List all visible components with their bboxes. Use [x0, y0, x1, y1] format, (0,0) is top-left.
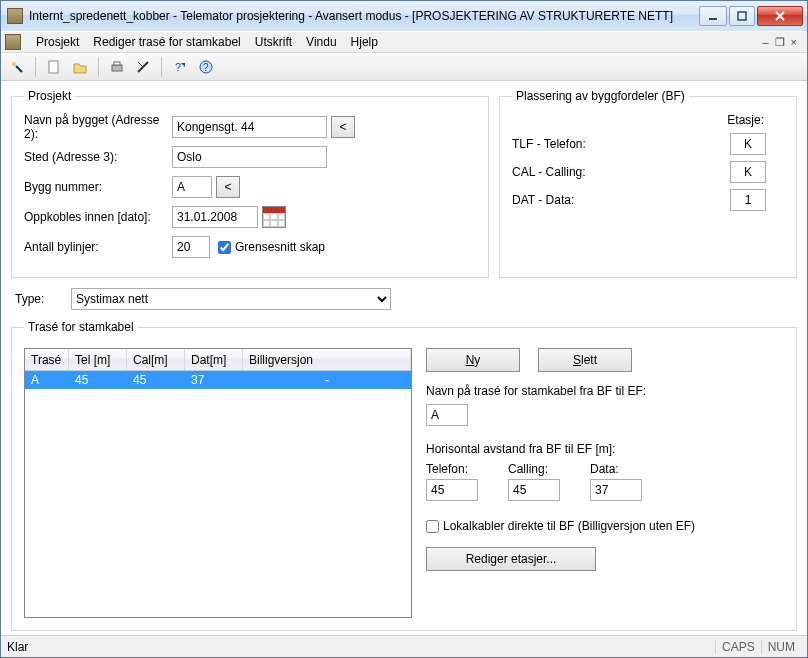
avcol-tel-label: Telefon:: [426, 462, 478, 476]
avstand-tel-input[interactable]: [426, 479, 478, 501]
trase-table[interactable]: Trasé Tel [m] Cal[m] Dat[m] Billigversjo…: [24, 348, 412, 618]
maximize-icon: [737, 11, 747, 21]
titlebar: Internt_spredenett_kobber - Telemator pr…: [1, 1, 807, 31]
avstand-label: Horisontal avstand fra BF til EF [m]:: [426, 442, 784, 456]
opp-input[interactable]: [172, 206, 258, 228]
table-header: Trasé Tel [m] Cal[m] Dat[m] Billigversjo…: [25, 349, 411, 371]
svg-point-4: [12, 62, 16, 66]
plasser-row-label: DAT - Data:: [512, 193, 730, 207]
window-title: Internt_spredenett_kobber - Telemator pr…: [29, 9, 697, 23]
toolbar-button-help2[interactable]: ?: [196, 57, 216, 77]
col-billig[interactable]: Billigversjon: [243, 349, 411, 370]
wand-icon: [10, 60, 24, 74]
status-caps: CAPS: [715, 640, 761, 654]
avcol-cal-label: Calling:: [508, 462, 560, 476]
cell-trase: A: [25, 373, 69, 387]
plasser-row-label: TLF - Telefon:: [512, 137, 730, 151]
maximize-button[interactable]: [729, 6, 755, 26]
col-dat[interactable]: Dat[m]: [185, 349, 243, 370]
minimize-icon: [708, 11, 718, 21]
type-label: Type:: [11, 292, 71, 306]
client-area: Prosjekt Navn på bygget (Adresse 2): < S…: [1, 81, 807, 635]
avcol-dat-label: Data:: [590, 462, 642, 476]
plassering-fieldset: Plassering av byggfordeler (BF) Etasje: …: [499, 89, 797, 278]
navn-trase-input[interactable]: [426, 404, 468, 426]
sted-label: Sted (Adresse 3):: [24, 150, 172, 164]
app-icon: [7, 8, 23, 24]
toolbar-button-help1[interactable]: ?: [170, 57, 190, 77]
avstand-cal-input[interactable]: [508, 479, 560, 501]
lokalkabler-checkbox[interactable]: [426, 520, 439, 533]
col-tel[interactable]: Tel [m]: [69, 349, 127, 370]
calendar-button[interactable]: [262, 206, 286, 228]
plasser-cal-input[interactable]: [730, 161, 766, 183]
prosjekt-fieldset: Prosjekt Navn på bygget (Adresse 2): < S…: [11, 89, 489, 278]
menu-item[interactable]: Prosjekt: [29, 33, 86, 51]
menubar-app-icon: [5, 34, 21, 50]
plasser-tlf-input[interactable]: [730, 133, 766, 155]
mdi-minimize[interactable]: –: [762, 36, 768, 48]
cell-tel: 45: [69, 373, 127, 387]
trase-fieldset: Trasé for stamkabel Trasé Tel [m] Cal[m]…: [11, 320, 797, 631]
close-button[interactable]: [757, 6, 803, 26]
menu-item[interactable]: Rediger trasé for stamkabel: [86, 33, 247, 51]
toolbar-button-open[interactable]: [70, 57, 90, 77]
toolbar-sep: [35, 57, 36, 77]
grense-checkbox[interactable]: [218, 241, 231, 254]
col-trase[interactable]: Trasé: [25, 349, 69, 370]
minimize-button[interactable]: [699, 6, 727, 26]
navn-label: Navn på bygget (Adresse 2):: [24, 113, 172, 141]
cell-dat: 37: [185, 373, 243, 387]
bygg-label: Bygg nummer:: [24, 180, 172, 194]
plasser-row-label: CAL - Calling:: [512, 165, 730, 179]
type-select[interactable]: Systimax nett: [71, 288, 391, 310]
lokalkabler-label: Lokalkabler direkte til BF (Billigversjo…: [443, 519, 695, 533]
menu-item[interactable]: Vindu: [299, 33, 343, 51]
mdi-restore[interactable]: ❐: [775, 36, 785, 49]
menu-item[interactable]: Hjelp: [344, 33, 385, 51]
plasser-dat-input[interactable]: [730, 189, 766, 211]
sted-input[interactable]: [172, 146, 327, 168]
toolbar-button-1[interactable]: [7, 57, 27, 77]
slett-button[interactable]: SlettSlett: [538, 348, 632, 372]
help-icon: ?: [173, 60, 187, 74]
toolbar-sep: [161, 57, 162, 77]
svg-rect-7: [112, 65, 122, 71]
etasje-label: Etasje:: [727, 113, 764, 127]
help2-icon: ?: [199, 60, 213, 74]
cell-cal: 45: [127, 373, 185, 387]
svg-rect-8: [114, 62, 120, 65]
menu-item[interactable]: Utskrift: [248, 33, 299, 51]
trase-legend: Trasé for stamkabel: [24, 320, 138, 334]
svg-text:?: ?: [175, 61, 181, 73]
toolbar-button-draw[interactable]: [133, 57, 153, 77]
mdi-close[interactable]: ×: [791, 36, 797, 48]
toolbar-sep: [98, 57, 99, 77]
ny-button[interactable]: NNyy: [426, 348, 520, 372]
toolbar-button-print[interactable]: [107, 57, 127, 77]
avstand-dat-input[interactable]: [590, 479, 642, 501]
prosjekt-legend: Prosjekt: [24, 89, 75, 103]
status-bar: Klar CAPS NUM: [1, 635, 807, 657]
rediger-etasjer-button[interactable]: Rediger etasjer...: [426, 547, 596, 571]
bylinjer-input[interactable]: [172, 236, 210, 258]
navn-input[interactable]: [172, 116, 327, 138]
svg-rect-1: [738, 12, 746, 20]
toolbar-button-new[interactable]: [44, 57, 64, 77]
svg-rect-6: [49, 61, 58, 73]
col-cal[interactable]: Cal[m]: [127, 349, 185, 370]
table-row[interactable]: A 45 45 37 -: [25, 371, 411, 389]
toolbar: ? ?: [1, 53, 807, 81]
bygg-lookup-button[interactable]: <: [216, 176, 240, 198]
grense-label: Grensesnitt skap: [235, 240, 325, 254]
open-icon: [73, 60, 87, 74]
svg-line-5: [16, 66, 22, 72]
menubar: Prosjekt Rediger trasé for stamkabel Uts…: [1, 31, 807, 53]
cell-billig: -: [243, 373, 411, 387]
svg-text:?: ?: [203, 62, 209, 73]
navn-lookup-button[interactable]: <: [331, 116, 355, 138]
bygg-input[interactable]: [172, 176, 212, 198]
bylinjer-label: Antall bylinjer:: [24, 240, 172, 254]
close-icon: [775, 11, 785, 21]
status-left: Klar: [7, 640, 28, 654]
